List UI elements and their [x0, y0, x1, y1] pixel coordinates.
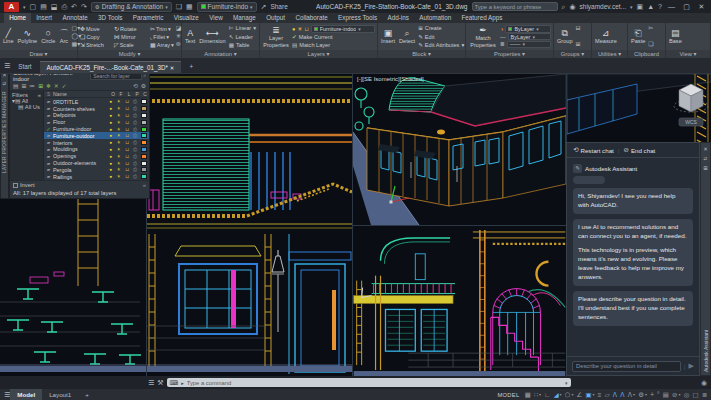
text-button[interactable]: AText — [184, 24, 196, 49]
new-file-icon[interactable]: ▢ — [30, 3, 37, 11]
status-snap-mode-icon[interactable]: ∷▾ — [534, 391, 541, 399]
stretch-button[interactable]: ⇲Stretch — [80, 41, 110, 48]
filter-all-used[interactable]: ▤ All Us — [12, 104, 41, 110]
layer-color-swatch[interactable] — [141, 174, 147, 179]
panel-title-block[interactable]: Block ▾ — [378, 50, 465, 58]
layer-freeze-icon[interactable]: ☀ — [115, 154, 123, 159]
layer-on-icon[interactable]: ● — [107, 113, 115, 118]
layer-on-icon[interactable]: ● — [107, 99, 115, 104]
group-edit-icon[interactable]: ⊞ — [576, 41, 581, 48]
panel-title-properties[interactable]: Properties ▾ — [466, 50, 553, 58]
layer-on-icon[interactable]: ● — [107, 147, 115, 152]
cut-icon[interactable]: ✂ — [648, 25, 653, 32]
end-chat-button[interactable]: ⊘End chat — [623, 146, 655, 154]
layers-quick-icon[interactable]: ▦ — [186, 3, 193, 11]
status-grid-display-icon[interactable]: ▦ — [525, 391, 531, 399]
layer-freeze-icon[interactable]: ☀ — [115, 106, 123, 111]
status-lock-ui-icon[interactable]: ⊘▾ — [672, 391, 680, 399]
ungroup-icon[interactable]: ⊟ — [576, 25, 581, 32]
share-button[interactable]: Share — [270, 3, 287, 10]
fillet-button[interactable]: ◟Fillet ▾ — [150, 33, 169, 40]
linetype-dropdown[interactable]: ByLayer▾ — [508, 33, 551, 41]
layer-freeze-icon[interactable]: ☀ — [115, 167, 123, 172]
avatar[interactable]: ◉ — [569, 3, 575, 11]
transfer-icon[interactable]: ❏ — [176, 3, 182, 11]
ribbon-tab-collaborate[interactable]: Collaborate — [290, 13, 333, 23]
layer-search-input[interactable] — [90, 73, 142, 80]
minimize-button[interactable]: — — [666, 3, 677, 10]
dimension-button[interactable]: ⟷Dimension — [198, 24, 226, 49]
customize-icon[interactable]: ⚒ — [157, 379, 163, 387]
auto-hide-icon[interactable]: ⇄ — [3, 81, 7, 86]
settings-icon[interactable]: ⚙ — [141, 83, 146, 89]
layer-freeze-icon[interactable]: ☀ — [115, 120, 123, 125]
layer-color-swatch[interactable] — [141, 99, 147, 104]
app-store-icon[interactable]: ▣ — [637, 3, 644, 11]
assistant-input[interactable] — [572, 361, 681, 372]
offset-icon[interactable]: ⊚ — [176, 41, 182, 48]
close-tab-icon[interactable]: ✕ — [170, 65, 175, 71]
layer-color-swatch[interactable] — [141, 167, 147, 172]
close-icon[interactable]: ✕ — [703, 146, 708, 152]
properties-icon[interactable]: ⊞ — [703, 165, 708, 171]
panel-title-modify[interactable]: Modify ▾ — [78, 50, 181, 58]
edit-attributes-button[interactable]: ✎Edit Attributes ▾ — [418, 42, 464, 48]
redo-icon[interactable]: ↷ — [81, 3, 87, 11]
layer-lock-icon[interactable]: ⊔ — [123, 174, 131, 179]
panel-title-groups[interactable]: Groups ▾ — [554, 50, 591, 58]
search-icon[interactable]: ⌕ — [562, 3, 566, 11]
autocad-logo[interactable]: A — [4, 2, 19, 12]
layer-on-icon[interactable]: ● — [107, 106, 115, 111]
layer-color-swatch[interactable] — [141, 154, 147, 159]
workspace-switcher[interactable]: ⚙ Drafting & Annotation ▾ — [91, 2, 172, 12]
layer-freeze-icon[interactable]: ☀ — [115, 127, 123, 132]
restore-button[interactable]: ▢ — [681, 3, 692, 11]
layer-on-icon[interactable]: ● — [107, 154, 115, 159]
copy-button[interactable]: ❏Copy — [80, 33, 110, 40]
layer-lock-icon[interactable]: ⊔ — [123, 113, 131, 118]
layer-freeze-icon[interactable]: ☀ — [115, 174, 123, 179]
layer-color-swatch[interactable] — [141, 133, 147, 138]
table-button[interactable]: ▦Table — [229, 42, 257, 48]
ribbon-tab-visualize[interactable]: Visualize — [168, 13, 203, 23]
ribbon-tab-add-ins[interactable]: Add-ins — [382, 13, 414, 23]
layer-on-icon[interactable]: ● — [107, 120, 115, 125]
detect-button[interactable]: ⌕Detect — [398, 24, 416, 49]
insert-button[interactable]: ▣Insert — [380, 24, 396, 49]
auto-hide-icon[interactable]: ⇄ — [704, 156, 708, 161]
status-annotation-visibility-icon[interactable]: Λ — [613, 391, 617, 398]
panel-title-draw[interactable]: Draw ▾ — [0, 50, 77, 58]
layer-color-swatch[interactable] — [141, 140, 147, 145]
save-icon[interactable]: ⬓ — [51, 3, 58, 11]
share-icon[interactable]: ↗ — [261, 3, 267, 11]
layer-lock-icon[interactable]: ⊔ — [123, 99, 131, 104]
layer-lock-icon[interactable]: ⊔ — [123, 133, 131, 138]
array-button[interactable]: ▦Array ▾ — [150, 41, 174, 48]
layer-on-icon[interactable]: ● — [107, 133, 115, 138]
viewport-controls-label[interactable]: [-][SE Isometric][Shaded] — [357, 76, 424, 82]
object-color-dropdown[interactable]: ByLayer▾ — [505, 25, 551, 33]
command-input[interactable] — [187, 380, 562, 386]
ribbon-tab-insert[interactable]: Insert — [31, 13, 57, 23]
ribbon-tab-automation[interactable]: Automation — [414, 13, 456, 23]
drawing-tab[interactable]: AutoCAD-FK25_Fire-...-Book-Cafe_01_3D* ✕ — [40, 61, 182, 73]
layer-freeze-icon[interactable]: ☀ — [115, 147, 123, 152]
layer-color-swatch[interactable] — [141, 120, 147, 125]
start-tab[interactable]: Start — [11, 61, 38, 73]
layer-freeze-icon[interactable]: ☀ — [115, 161, 123, 166]
status-customization-icon[interactable]: ≣ — [702, 391, 707, 399]
circle-button[interactable]: ○Circle — [40, 24, 56, 49]
open-file-icon[interactable]: ▤ — [40, 3, 47, 11]
send-icon[interactable]: ▶ — [689, 362, 694, 370]
layout1-tab[interactable]: Layout1 — [42, 389, 78, 400]
layer-color-swatch[interactable] — [141, 161, 147, 166]
file-tab-menu-icon[interactable]: ☰ — [4, 58, 10, 73]
ribbon-tab-featured-apps[interactable]: Featured Apps — [456, 13, 507, 23]
status-clean-screen-icon[interactable]: ▢ — [692, 391, 698, 399]
autodesk-icon[interactable]: ▲ — [647, 3, 654, 10]
layer-lock-icon[interactable]: ⊔ — [123, 154, 131, 159]
layer-color-swatch[interactable] — [141, 113, 147, 118]
new-layout-button[interactable]: + — [78, 389, 96, 400]
layer-states-icon[interactable]: ≔ — [29, 83, 35, 89]
delete-layer-icon[interactable]: ✕ — [54, 83, 59, 89]
